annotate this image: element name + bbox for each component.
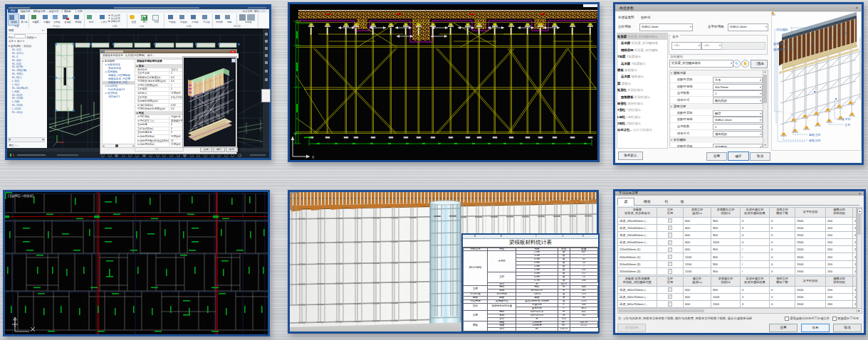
svg-text:[-][俯视][二维线框]: [-][俯视][二维线框]: [8, 193, 33, 198]
svg-text:垫板主楞: 垫板主楞: [809, 133, 821, 137]
svg-text:水平杆: 水平杆: [842, 117, 851, 121]
svg-text:立杆: 立杆: [845, 123, 850, 127]
svg-text:对拉螺栓: 对拉螺栓: [776, 28, 789, 31]
svg-text:垫板次楞: 垫板次楞: [809, 139, 821, 142]
